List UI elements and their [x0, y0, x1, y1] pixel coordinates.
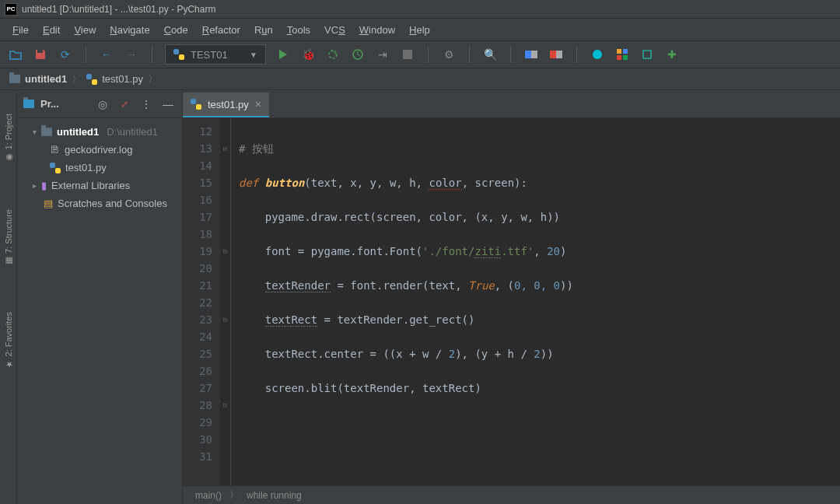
code-content[interactable]: # 按钮 def button(text, x, y, w, h, color,…: [231, 118, 840, 485]
python-icon: [86, 74, 97, 85]
menu-code[interactable]: Code: [158, 21, 194, 39]
menu-edit[interactable]: Edit: [37, 21, 66, 39]
search-icon[interactable]: 🔍: [482, 47, 498, 62]
pane-title: Pr...: [40, 98, 89, 110]
svg-rect-9: [617, 49, 621, 54]
breadcrumb-file[interactable]: test01.py: [102, 73, 143, 85]
tree-file-label: geckodriver.log: [65, 144, 132, 156]
menu-tools[interactable]: Tools: [281, 21, 317, 39]
tree-label: Scratches and Consoles: [58, 198, 167, 209]
tree-root[interactable]: ▾ untitled1 D:\untitled1: [17, 123, 182, 141]
python-icon: [173, 49, 184, 60]
title-bar: PC untitled1 [D:\untitled1] - ...\test01…: [0, 0, 840, 19]
rail-structure[interactable]: ▦ 7: Structure: [3, 209, 13, 266]
chevron-right-icon: 〉: [229, 488, 239, 502]
folder-icon: [23, 100, 34, 108]
chevron-right-icon: 〉: [72, 72, 82, 86]
svg-rect-0: [37, 50, 43, 53]
menu-bar: File Edit View Navigate Code Refactor Ru…: [0, 19, 840, 40]
run-config-selector[interactable]: TEST01 ▼: [165, 44, 266, 65]
pycharm-logo-icon: PC: [5, 3, 17, 16]
svg-rect-5: [531, 51, 537, 58]
coverage-icon[interactable]: [325, 47, 341, 62]
menu-view[interactable]: View: [68, 21, 102, 39]
stop-icon[interactable]: [400, 47, 415, 62]
folder-icon: [9, 75, 20, 83]
puzzle-icon[interactable]: ✚: [664, 47, 680, 62]
chevron-right-icon: 〉: [148, 72, 158, 86]
redo-icon[interactable]: →: [124, 47, 139, 62]
sync-icon[interactable]: ⟳: [58, 47, 73, 62]
scratch-icon: ▤: [44, 198, 53, 209]
more-icon[interactable]: ⋮: [138, 96, 154, 112]
material-icon[interactable]: [590, 47, 605, 62]
target-icon[interactable]: ◎: [95, 96, 110, 112]
close-icon[interactable]: ×: [255, 98, 261, 110]
menu-vcs[interactable]: VCS: [318, 21, 352, 39]
menu-file[interactable]: File: [6, 21, 35, 39]
undo-icon[interactable]: ←: [99, 47, 114, 62]
svg-point-8: [593, 50, 602, 59]
project-tree: ▾ untitled1 D:\untitled1 🖹 geckodriver.l…: [17, 118, 182, 217]
svg-rect-7: [556, 51, 562, 58]
editor-area: test01.py × 1213141516171819202122232425…: [183, 90, 840, 504]
menu-help[interactable]: Help: [403, 21, 436, 39]
menu-refactor[interactable]: Refactor: [196, 21, 247, 39]
run-config-label: TEST01: [191, 49, 228, 61]
expand-icon: ▸: [33, 181, 37, 190]
settings-icon[interactable]: ⚙: [441, 47, 457, 62]
tab-label: test01.py: [208, 99, 249, 110]
menu-navigate[interactable]: Navigate: [103, 21, 156, 39]
separator: [86, 46, 86, 63]
tree-root-path: D:\untitled1: [107, 126, 158, 138]
file-text-icon: 🖹: [50, 144, 60, 156]
window-title: untitled1 [D:\untitled1] - ...\test01.py…: [22, 4, 215, 15]
svg-rect-10: [623, 49, 628, 54]
save-icon[interactable]: [33, 47, 48, 62]
python-icon: [50, 163, 61, 173]
crumb-while[interactable]: while running: [247, 490, 302, 501]
nav-breadcrumb: untitled1 〉 test01.py 〉: [0, 68, 840, 90]
menu-window[interactable]: Window: [353, 21, 401, 39]
translate-icon[interactable]: [523, 47, 539, 62]
project-tool-window: Pr... ◎ ⤢ ⋮ — ▾ untitled1 D:\untitled1 🖹…: [17, 90, 183, 504]
tree-label: External Libraries: [51, 180, 130, 191]
tree-scratches[interactable]: ▤ Scratches and Consoles: [17, 194, 182, 212]
tree-root-label: untitled1: [57, 126, 99, 138]
minimize-icon[interactable]: —: [160, 96, 176, 112]
rail-project[interactable]: ◉ 1: Project: [3, 114, 13, 163]
tree-file-py[interactable]: test01.py: [17, 159, 182, 177]
separator: [469, 46, 470, 63]
translate2-icon[interactable]: [548, 47, 564, 62]
tree-external-libs[interactable]: ▸ ▮ External Libraries: [17, 177, 182, 194]
main-toolbar: ⟳ ← → TEST01 ▼ 🐞 ⇥ ⚙ 🔍 ✚: [0, 40, 840, 68]
code-editor[interactable]: 1213141516171819202122232425262728293031…: [183, 118, 840, 485]
profile-icon[interactable]: [350, 47, 366, 62]
svg-rect-12: [623, 55, 628, 60]
line-gutter: 1213141516171819202122232425262728293031: [183, 118, 220, 485]
run-icon[interactable]: [275, 47, 291, 62]
grid-icon[interactable]: [614, 47, 630, 62]
separator: [510, 46, 511, 63]
open-icon[interactable]: [8, 47, 23, 62]
db-icon[interactable]: [639, 47, 655, 62]
rail-favorites[interactable]: ★ 2: Favorites: [3, 312, 13, 369]
tab-test01[interactable]: test01.py ×: [183, 93, 269, 117]
separator: [576, 46, 577, 63]
separator: [428, 46, 429, 63]
svg-rect-6: [550, 51, 556, 58]
debug-icon[interactable]: 🐞: [300, 47, 316, 62]
tree-file-log[interactable]: 🖹 geckodriver.log: [17, 141, 182, 159]
collapse-icon[interactable]: ⤢: [117, 96, 132, 112]
editor-breadcrumbs: main() 〉 while running: [183, 485, 840, 504]
folder-icon: [41, 128, 52, 136]
svg-rect-11: [617, 55, 621, 60]
crumb-main[interactable]: main(): [195, 490, 222, 501]
breadcrumb-root[interactable]: untitled1: [25, 73, 67, 85]
python-icon: [191, 99, 201, 110]
expand-icon: ▾: [33, 128, 37, 136]
menu-run[interactable]: Run: [248, 21, 279, 39]
svg-rect-4: [525, 51, 531, 58]
attach-icon[interactable]: ⇥: [375, 47, 390, 62]
svg-rect-3: [403, 50, 412, 59]
